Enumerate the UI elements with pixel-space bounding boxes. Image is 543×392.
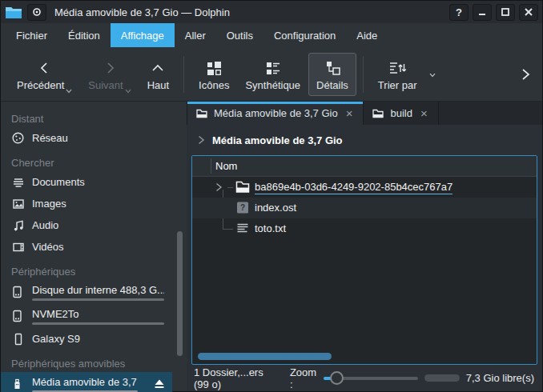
up-label: Haut <box>147 79 169 91</box>
smartphone-icon <box>11 333 25 346</box>
column-header-nom[interactable]: Nom <box>192 160 237 172</box>
sidebar-item-images[interactable]: Images <box>1 193 172 214</box>
minimize-icon <box>478 8 486 16</box>
text-file-icon <box>235 222 250 235</box>
icons-view-label: Icônes <box>199 79 229 91</box>
svg-text:?: ? <box>240 203 245 212</box>
maximize-button[interactable] <box>496 4 515 21</box>
back-dropdown-icon[interactable] <box>66 89 72 94</box>
sidebar-item-reseau[interactable]: Réseau <box>1 127 172 149</box>
zoom-slider-handle[interactable] <box>330 371 344 385</box>
menu-fichier[interactable]: Fichier <box>6 23 58 47</box>
folder-icon <box>235 180 250 194</box>
window-menu-button[interactable] <box>27 4 46 21</box>
forward-label: Suivant <box>88 79 123 91</box>
up-button[interactable]: Haut <box>139 53 177 96</box>
unknown-file-icon: ? <box>235 201 250 214</box>
expand-chevron-icon[interactable] <box>215 182 223 192</box>
sort-by-icon <box>388 58 407 77</box>
sidebar-item-disque-dur[interactable]: Disque dur interne 488,3 G... <box>1 280 172 304</box>
file-name[interactable]: toto.txt <box>255 222 286 234</box>
maximize-icon <box>501 8 509 16</box>
file-rows: ba869e4b-03d6-4249-9202-85b4cec767a7 ? i… <box>192 177 537 239</box>
menu-aller[interactable]: Aller <box>175 23 216 47</box>
places-panel: Distant Réseau Chercher Documents <box>1 102 187 391</box>
menu-outils[interactable]: Outils <box>216 23 263 47</box>
minimize-button[interactable] <box>473 4 492 21</box>
compact-view-icon <box>264 58 282 77</box>
sort-by-label: Trier par <box>378 79 417 91</box>
file-name[interactable]: index.ost <box>255 202 296 214</box>
up-icon <box>149 58 167 77</box>
hard-drive-icon <box>11 310 25 322</box>
menu-aide[interactable]: Aide <box>346 23 388 47</box>
documents-icon <box>11 176 25 189</box>
tab-close-icon[interactable]: × <box>344 106 355 120</box>
audio-icon <box>11 219 25 232</box>
breadcrumb[interactable]: Média amovible de 3,7 Gio <box>187 125 542 155</box>
toolbar-overflow-button[interactable] <box>517 67 534 82</box>
menu-affichage[interactable]: Affichage <box>111 23 175 47</box>
menu-edition[interactable]: Édition <box>58 23 111 47</box>
breadcrumb-chevron-icon <box>197 135 205 145</box>
chevron-right-icon <box>520 67 531 82</box>
folder-icon <box>196 109 207 118</box>
tab-media-amovible[interactable]: Média amovible de 3,7 Gio × <box>187 102 364 125</box>
icons-view-icon <box>205 58 223 77</box>
sidebar-item-label: NVME2To <box>32 308 164 320</box>
status-summary: 1 Dossier,...ers (99 o) <box>194 366 277 390</box>
menubar: Fichier Édition Affichage Aller Outils C… <box>1 23 542 47</box>
sidebar-item-nvme2to[interactable]: NVME2To <box>1 304 172 328</box>
sidebar-item-audio[interactable]: Audio <box>1 214 172 236</box>
sidebar-item-label: Média amovible de 3,7 ... <box>32 376 138 388</box>
file-name[interactable]: ba869e4b-03d6-4249-9202-85b4cec767a7 <box>255 181 452 194</box>
window-menu-icon <box>32 7 42 17</box>
folder-view[interactable]: Nom ba869e4 <box>191 155 537 365</box>
toolbar-separator-2 <box>363 56 364 93</box>
tab-label: Média amovible de 3,7 Gio <box>214 107 338 119</box>
horizontal-scrollbar[interactable] <box>198 353 332 360</box>
close-button[interactable] <box>519 4 538 21</box>
videos-icon <box>11 241 25 254</box>
details-view-button[interactable]: Détails <box>308 53 356 96</box>
forward-icon <box>101 58 119 77</box>
sidebar-item-galaxy-s9[interactable]: Galaxy S9 <box>1 328 172 350</box>
icons-view-button[interactable]: Icônes <box>191 53 237 96</box>
compact-view-button[interactable]: Synthétique <box>237 53 308 96</box>
sidebar-item-label: Galaxy S9 <box>32 333 80 345</box>
sidebar-item-media-amovible[interactable]: Média amovible de 3,7 ... <box>1 372 172 392</box>
network-icon <box>11 131 25 145</box>
sidebar-item-documents[interactable]: Documents <box>1 171 172 193</box>
tab-close-icon[interactable]: × <box>419 106 429 120</box>
images-icon <box>11 198 25 210</box>
compact-view-label: Synthétique <box>245 79 300 91</box>
file-row-folder[interactable]: ba869e4b-03d6-4249-9202-85b4cec767a7 <box>192 177 537 198</box>
sort-by-button[interactable]: Trier par <box>370 53 425 96</box>
back-button[interactable]: Précédent <box>9 53 80 96</box>
file-row-toto-txt[interactable]: toto.txt <box>192 218 537 239</box>
tab-build[interactable]: build × <box>364 102 438 125</box>
sidebar-item-label: Vidéos <box>32 241 64 253</box>
section-peripheriques-amovibles: Périphériques amovibles <box>11 358 187 370</box>
eject-button[interactable] <box>153 378 166 390</box>
sidebar-scrollbar[interactable] <box>177 231 183 356</box>
main-area: Média amovible de 3,7 Gio × build × Médi… <box>187 102 542 391</box>
sidebar-item-label: Réseau <box>32 132 68 144</box>
sidebar-item-label: Images <box>32 198 66 210</box>
help-button[interactable]: ? <box>449 4 469 21</box>
forward-button[interactable]: Suivant <box>80 53 139 96</box>
sort-dropdown-icon[interactable] <box>428 71 437 78</box>
free-space-label: 7,3 Gio libre(s) <box>466 372 534 384</box>
menu-configuration[interactable]: Configuration <box>263 23 346 47</box>
folder-icon <box>372 109 384 118</box>
titlebar[interactable]: Média amovible de 3,7 Gio — Dolphin ? <box>1 1 542 23</box>
window-title: Média amovible de 3,7 Gio — Dolphin <box>54 6 230 18</box>
details-view-label: Détails <box>316 79 348 91</box>
usb-stick-icon <box>11 378 25 390</box>
breadcrumb-location[interactable]: Média amovible de 3,7 Gio <box>212 134 343 146</box>
sidebar-item-videos[interactable]: Vidéos <box>1 236 172 258</box>
file-row-index-ost[interactable]: ? index.ost <box>192 198 537 218</box>
help-icon: ? <box>456 6 462 18</box>
window-controls: ? <box>449 4 538 21</box>
zoom-slider[interactable] <box>324 370 418 386</box>
